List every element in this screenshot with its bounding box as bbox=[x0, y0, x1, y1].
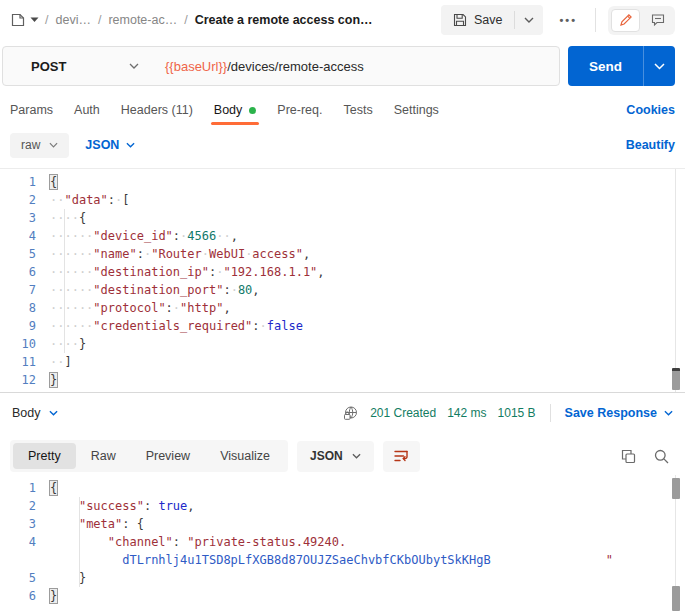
code-text: "success": true, bbox=[50, 497, 685, 515]
response-body-selector[interactable]: Body bbox=[12, 406, 58, 420]
scrollbar-mark bbox=[672, 586, 680, 611]
search-icon[interactable] bbox=[654, 449, 669, 464]
line-number: 9 bbox=[0, 317, 50, 335]
code-text: } bbox=[50, 371, 685, 389]
tab-auth[interactable]: Auth bbox=[74, 92, 100, 128]
pencil-icon bbox=[619, 13, 633, 27]
beautify-link[interactable]: Beautify bbox=[626, 138, 675, 152]
breadcrumb: /devi…/remote-ac…/Create a remote access… bbox=[45, 13, 373, 27]
save-response-button[interactable]: Save Response bbox=[565, 406, 673, 420]
code-token: true bbox=[158, 499, 187, 513]
code-line: 4 "channel": "private-status.49240. bbox=[0, 533, 685, 551]
view-raw[interactable]: Raw bbox=[76, 443, 131, 469]
caret-down-icon bbox=[30, 17, 39, 23]
wrap-lines-button[interactable] bbox=[383, 441, 420, 472]
code-token: : bbox=[223, 283, 230, 297]
save-button[interactable]: Save bbox=[441, 13, 515, 27]
url-input[interactable]: {{baseUrl}}/devices/remote-access bbox=[151, 59, 364, 74]
edit-mode-button[interactable] bbox=[611, 9, 640, 32]
send-options-button[interactable] bbox=[644, 46, 675, 86]
breadcrumb-item[interactable]: remote-ac… bbox=[108, 13, 177, 27]
code-token: "credentials_required" bbox=[93, 319, 252, 333]
header-divider bbox=[595, 8, 596, 32]
code-token: , bbox=[303, 247, 310, 261]
code-token: : bbox=[173, 535, 180, 549]
code-text: ······"name":·"Router·WebUI·access", bbox=[50, 245, 685, 263]
code-token: ·· bbox=[216, 229, 230, 243]
code-line: 1{ bbox=[0, 479, 685, 497]
tab-pre-req[interactable]: Pre-req. bbox=[277, 92, 322, 128]
code-token: WebUI bbox=[209, 247, 245, 261]
code-token: , bbox=[317, 265, 324, 279]
code-token: } bbox=[79, 337, 86, 351]
request-type-selector[interactable] bbox=[10, 12, 39, 28]
code-token: ······ bbox=[50, 229, 93, 243]
code-token: : bbox=[173, 229, 180, 243]
document-icon bbox=[10, 12, 26, 28]
code-token: ] bbox=[64, 355, 71, 369]
save-options-button[interactable] bbox=[515, 5, 543, 35]
code-token: { bbox=[137, 517, 144, 531]
code-token: ······ bbox=[50, 301, 93, 315]
network-globe-lock-icon[interactable] bbox=[343, 405, 359, 421]
code-token: { bbox=[79, 211, 86, 225]
chevron-down-icon bbox=[664, 410, 673, 416]
response-view-switcher: PrettyRawPreviewVisualize bbox=[10, 440, 288, 472]
code-text: ··] bbox=[50, 353, 685, 371]
method-selector[interactable]: POST bbox=[3, 59, 151, 74]
line-number: 5 bbox=[0, 569, 50, 587]
code-line: 6} bbox=[0, 587, 685, 605]
view-pretty[interactable]: Pretty bbox=[13, 443, 76, 469]
view-preview[interactable]: Preview bbox=[131, 443, 205, 469]
code-token: "channel" bbox=[108, 535, 173, 549]
code-text: ······"device_id":·4566··, bbox=[50, 227, 685, 245]
code-token: · bbox=[173, 301, 180, 315]
tab-headers-11[interactable]: Headers (11) bbox=[121, 92, 193, 128]
code-line: 10····} bbox=[0, 335, 685, 353]
code-token: "destination_ip" bbox=[93, 265, 209, 279]
response-size[interactable]: 1015 B bbox=[498, 406, 536, 420]
breadcrumb-item[interactable]: devi… bbox=[55, 13, 90, 27]
response-body-viewer[interactable]: 1{2 "success": true,3 "meta": {4 "channe… bbox=[0, 475, 685, 611]
cookies-link[interactable]: Cookies bbox=[626, 103, 675, 117]
language-selector[interactable]: JSON bbox=[85, 138, 135, 152]
code-token: : bbox=[108, 193, 115, 207]
code-line: 9······"credentials_required":·false bbox=[0, 317, 685, 335]
tab-body[interactable]: Body bbox=[214, 92, 257, 128]
response-language-selector[interactable]: JSON bbox=[297, 441, 374, 472]
meta-divider bbox=[550, 404, 551, 422]
send-button[interactable]: Send bbox=[568, 46, 643, 86]
code-token: : bbox=[252, 319, 259, 333]
scrollbar-thumb[interactable] bbox=[672, 368, 680, 390]
view-visualize[interactable]: Visualize bbox=[205, 443, 285, 469]
code-token: · bbox=[260, 319, 267, 333]
scrollbar-thumb[interactable] bbox=[672, 478, 680, 499]
tab-settings[interactable]: Settings bbox=[394, 92, 439, 128]
more-actions-button[interactable]: ••• bbox=[553, 12, 583, 28]
comments-button[interactable] bbox=[643, 9, 672, 32]
tab-tests[interactable]: Tests bbox=[343, 92, 372, 128]
code-token: · bbox=[202, 247, 209, 261]
code-token: access" bbox=[252, 247, 303, 261]
line-number: 2 bbox=[0, 191, 50, 209]
response-time[interactable]: 142 ms bbox=[447, 406, 486, 420]
code-token: "http" bbox=[180, 301, 223, 315]
line-number: 8 bbox=[0, 299, 50, 317]
body-type-selector[interactable]: raw bbox=[10, 133, 69, 158]
line-number: 6 bbox=[0, 263, 50, 281]
code-token: { bbox=[50, 481, 57, 495]
line-number: 4 bbox=[0, 533, 50, 551]
breadcrumb-separator: / bbox=[98, 13, 101, 27]
code-line: 5······"name":·"Router·WebUI·access", bbox=[0, 245, 685, 263]
tab-params[interactable]: Params bbox=[10, 92, 53, 128]
line-number: 1 bbox=[0, 173, 50, 191]
line-number: 3 bbox=[0, 515, 50, 533]
breadcrumb-separator: / bbox=[184, 13, 187, 27]
status-badge[interactable]: 201 Created bbox=[370, 406, 436, 420]
code-token: : bbox=[137, 247, 144, 261]
send-button-group: Send bbox=[568, 46, 675, 86]
request-body-editor[interactable]: 1{2··"data":·[3····{4······"device_id":·… bbox=[0, 168, 685, 393]
copy-icon[interactable] bbox=[621, 449, 636, 464]
breadcrumb-item[interactable]: Create a remote access con… bbox=[195, 13, 373, 27]
chevron-down-icon bbox=[352, 453, 361, 459]
